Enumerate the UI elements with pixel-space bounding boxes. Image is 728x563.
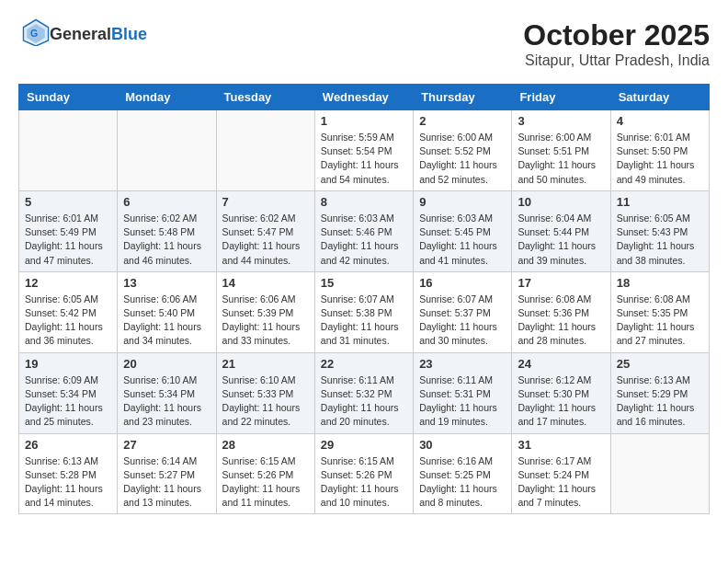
calendar-cell: 9Sunrise: 6:03 AM Sunset: 5:45 PM Daylig… — [414, 190, 512, 271]
day-info: Sunrise: 6:00 AM Sunset: 5:52 PM Dayligh… — [419, 131, 506, 187]
day-number: 20 — [123, 357, 210, 371]
calendar-cell: 14Sunrise: 6:06 AM Sunset: 5:39 PM Dayli… — [216, 271, 314, 352]
calendar-cell: 11Sunrise: 6:05 AM Sunset: 5:43 PM Dayli… — [610, 190, 709, 271]
day-info: Sunrise: 6:06 AM Sunset: 5:40 PM Dayligh… — [123, 293, 210, 349]
calendar-cell: 18Sunrise: 6:08 AM Sunset: 5:35 PM Dayli… — [610, 271, 709, 352]
day-number: 28 — [222, 438, 309, 452]
calendar-table: SundayMondayTuesdayWednesdayThursdayFrid… — [18, 84, 710, 514]
calendar-cell: 8Sunrise: 6:03 AM Sunset: 5:46 PM Daylig… — [314, 190, 413, 271]
weekday-header-thursday: Thursday — [414, 85, 512, 110]
day-number: 17 — [518, 276, 604, 290]
day-info: Sunrise: 6:11 AM Sunset: 5:31 PM Dayligh… — [419, 373, 506, 430]
calendar-cell — [19, 110, 118, 191]
calendar-cell: 10Sunrise: 6:04 AM Sunset: 5:44 PM Dayli… — [512, 190, 610, 271]
calendar-cell — [118, 110, 216, 191]
weekday-header-row: SundayMondayTuesdayWednesdayThursdayFrid… — [19, 85, 710, 110]
weekday-header-friday: Friday — [512, 85, 610, 110]
day-info: Sunrise: 5:59 AM Sunset: 5:54 PM Dayligh… — [321, 131, 407, 187]
day-number: 25 — [617, 357, 703, 371]
day-number: 24 — [518, 357, 604, 371]
calendar-cell: 5Sunrise: 6:01 AM Sunset: 5:49 PM Daylig… — [19, 190, 118, 271]
day-info: Sunrise: 6:08 AM Sunset: 5:36 PM Dayligh… — [518, 293, 604, 349]
calendar-cell: 28Sunrise: 6:15 AM Sunset: 5:26 PM Dayli… — [216, 433, 314, 514]
day-info: Sunrise: 6:17 AM Sunset: 5:24 PM Dayligh… — [518, 454, 604, 511]
calendar-cell — [216, 110, 314, 191]
day-number: 2 — [419, 114, 506, 128]
day-number: 3 — [518, 114, 604, 128]
calendar-cell: 13Sunrise: 6:06 AM Sunset: 5:40 PM Dayli… — [118, 271, 216, 352]
day-number: 19 — [25, 357, 111, 371]
day-info: Sunrise: 6:03 AM Sunset: 5:46 PM Dayligh… — [321, 212, 407, 268]
day-info: Sunrise: 6:06 AM Sunset: 5:39 PM Dayligh… — [222, 293, 309, 349]
day-number: 4 — [617, 114, 703, 128]
calendar-cell: 1Sunrise: 5:59 AM Sunset: 5:54 PM Daylig… — [314, 110, 413, 191]
weekday-header-tuesday: Tuesday — [216, 85, 314, 110]
calendar-cell: 23Sunrise: 6:11 AM Sunset: 5:31 PM Dayli… — [414, 352, 512, 433]
day-number: 1 — [321, 114, 407, 128]
page-subtitle: Sitapur, Uttar Pradesh, India — [523, 52, 710, 69]
day-info: Sunrise: 6:02 AM Sunset: 5:47 PM Dayligh… — [222, 212, 309, 268]
calendar-week-3: 12Sunrise: 6:05 AM Sunset: 5:42 PM Dayli… — [19, 271, 710, 352]
logo-icon: G — [22, 18, 50, 46]
svg-text:G: G — [30, 28, 38, 39]
day-number: 23 — [419, 357, 506, 371]
calendar-cell: 2Sunrise: 6:00 AM Sunset: 5:52 PM Daylig… — [414, 110, 512, 191]
calendar-cell: 26Sunrise: 6:13 AM Sunset: 5:28 PM Dayli… — [19, 433, 118, 514]
calendar-cell — [610, 433, 709, 514]
day-number: 10 — [518, 195, 604, 209]
calendar-cell: 21Sunrise: 6:10 AM Sunset: 5:33 PM Dayli… — [216, 352, 314, 433]
calendar-week-2: 5Sunrise: 6:01 AM Sunset: 5:49 PM Daylig… — [19, 190, 710, 271]
day-number: 5 — [25, 195, 111, 209]
calendar-cell: 31Sunrise: 6:17 AM Sunset: 5:24 PM Dayli… — [512, 433, 610, 514]
day-info: Sunrise: 6:10 AM Sunset: 5:33 PM Dayligh… — [222, 373, 309, 430]
calendar-week-5: 26Sunrise: 6:13 AM Sunset: 5:28 PM Dayli… — [19, 433, 710, 514]
day-info: Sunrise: 6:05 AM Sunset: 5:42 PM Dayligh… — [25, 293, 111, 349]
calendar-cell: 24Sunrise: 6:12 AM Sunset: 5:30 PM Dayli… — [512, 352, 610, 433]
calendar-cell: 20Sunrise: 6:10 AM Sunset: 5:34 PM Dayli… — [118, 352, 216, 433]
day-number: 12 — [25, 276, 111, 290]
calendar-cell: 30Sunrise: 6:16 AM Sunset: 5:25 PM Dayli… — [414, 433, 512, 514]
title-block: October 2025 Sitapur, Uttar Pradesh, Ind… — [523, 18, 710, 69]
day-info: Sunrise: 6:12 AM Sunset: 5:30 PM Dayligh… — [518, 373, 604, 430]
logo-text-general: General — [50, 25, 111, 43]
day-number: 18 — [617, 276, 703, 290]
day-number: 11 — [617, 195, 703, 209]
weekday-header-monday: Monday — [118, 85, 216, 110]
calendar-cell: 27Sunrise: 6:14 AM Sunset: 5:27 PM Dayli… — [118, 433, 216, 514]
day-number: 7 — [222, 195, 309, 209]
calendar-cell: 4Sunrise: 6:01 AM Sunset: 5:50 PM Daylig… — [610, 110, 709, 191]
day-info: Sunrise: 6:07 AM Sunset: 5:37 PM Dayligh… — [419, 293, 506, 349]
day-number: 26 — [25, 438, 111, 452]
day-info: Sunrise: 6:05 AM Sunset: 5:43 PM Dayligh… — [617, 212, 703, 268]
day-info: Sunrise: 6:00 AM Sunset: 5:51 PM Dayligh… — [518, 131, 604, 187]
day-info: Sunrise: 6:07 AM Sunset: 5:38 PM Dayligh… — [321, 293, 407, 349]
calendar-week-4: 19Sunrise: 6:09 AM Sunset: 5:34 PM Dayli… — [19, 352, 710, 433]
day-info: Sunrise: 6:08 AM Sunset: 5:35 PM Dayligh… — [617, 293, 703, 349]
weekday-header-sunday: Sunday — [19, 85, 118, 110]
day-info: Sunrise: 6:15 AM Sunset: 5:26 PM Dayligh… — [321, 454, 407, 511]
day-info: Sunrise: 6:01 AM Sunset: 5:49 PM Dayligh… — [25, 212, 111, 268]
day-number: 30 — [419, 438, 506, 452]
day-info: Sunrise: 6:15 AM Sunset: 5:26 PM Dayligh… — [222, 454, 309, 511]
calendar-cell: 22Sunrise: 6:11 AM Sunset: 5:32 PM Dayli… — [314, 352, 413, 433]
day-info: Sunrise: 6:14 AM Sunset: 5:27 PM Dayligh… — [123, 454, 210, 511]
day-info: Sunrise: 6:03 AM Sunset: 5:45 PM Dayligh… — [419, 212, 506, 268]
day-info: Sunrise: 6:11 AM Sunset: 5:32 PM Dayligh… — [321, 373, 407, 430]
day-number: 29 — [321, 438, 407, 452]
calendar-cell: 17Sunrise: 6:08 AM Sunset: 5:36 PM Dayli… — [512, 271, 610, 352]
calendar-cell: 12Sunrise: 6:05 AM Sunset: 5:42 PM Dayli… — [19, 271, 118, 352]
day-number: 9 — [419, 195, 506, 209]
day-number: 22 — [321, 357, 407, 371]
calendar-week-1: 1Sunrise: 5:59 AM Sunset: 5:54 PM Daylig… — [19, 110, 710, 191]
day-info: Sunrise: 6:01 AM Sunset: 5:50 PM Dayligh… — [617, 131, 703, 187]
day-info: Sunrise: 6:13 AM Sunset: 5:28 PM Dayligh… — [25, 454, 111, 511]
logo: G GeneralBlue — [18, 18, 147, 50]
day-number: 27 — [123, 438, 210, 452]
calendar-cell: 25Sunrise: 6:13 AM Sunset: 5:29 PM Dayli… — [610, 352, 709, 433]
page-header: G GeneralBlue October 2025 Sitapur, Utta… — [18, 18, 710, 69]
calendar-cell: 19Sunrise: 6:09 AM Sunset: 5:34 PM Dayli… — [19, 352, 118, 433]
calendar-cell: 3Sunrise: 6:00 AM Sunset: 5:51 PM Daylig… — [512, 110, 610, 191]
day-info: Sunrise: 6:16 AM Sunset: 5:25 PM Dayligh… — [419, 454, 506, 511]
day-info: Sunrise: 6:13 AM Sunset: 5:29 PM Dayligh… — [617, 373, 703, 430]
calendar-cell: 16Sunrise: 6:07 AM Sunset: 5:37 PM Dayli… — [414, 271, 512, 352]
